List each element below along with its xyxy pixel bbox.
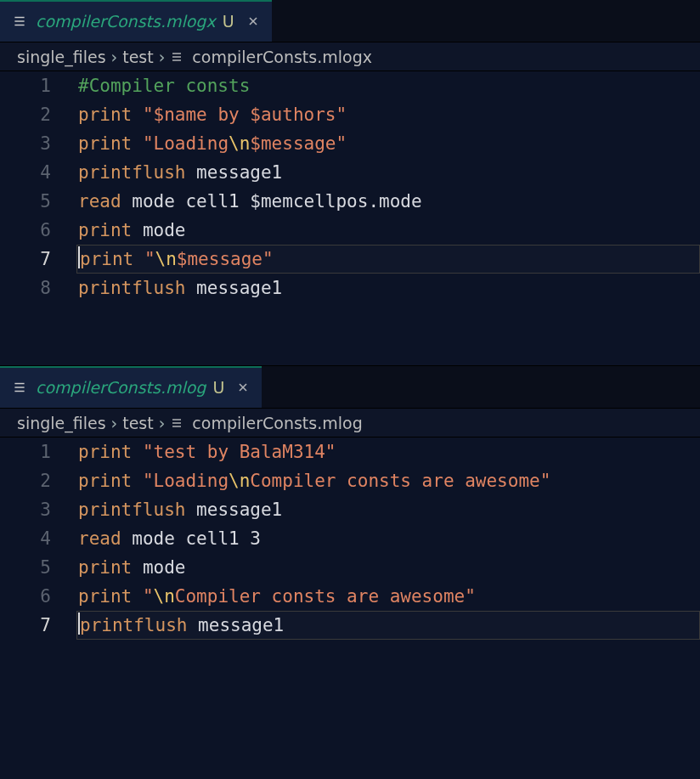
token-ident: mode bbox=[143, 557, 186, 578]
file-icon bbox=[12, 14, 27, 29]
tab-git-status: U bbox=[223, 12, 234, 31]
token-kw: print bbox=[80, 249, 133, 269]
token-str: " bbox=[144, 249, 155, 269]
token-kw: printflush bbox=[78, 500, 185, 520]
code-lines[interactable]: print "test by BalaM314"print "Loading\n… bbox=[76, 437, 700, 779]
token-sp bbox=[121, 191, 133, 212]
code-line[interactable]: printflush message1 bbox=[76, 495, 700, 524]
file-icon bbox=[12, 380, 27, 395]
editor-pane-bottom: compilerConsts.mlog U single_files › tes… bbox=[0, 365, 700, 779]
chevron-right-icon: › bbox=[111, 414, 118, 432]
close-icon[interactable] bbox=[236, 381, 250, 394]
token-str: "test by BalaM314" bbox=[143, 442, 336, 462]
token-kw: print bbox=[78, 557, 132, 578]
token-esc: \n bbox=[154, 586, 175, 607]
token-kw: read bbox=[78, 191, 121, 212]
token-str: " bbox=[143, 586, 154, 607]
file-icon bbox=[170, 416, 183, 430]
code-line[interactable]: read mode cell1 3 bbox=[76, 524, 700, 553]
chevron-right-icon: › bbox=[159, 48, 166, 66]
code-line[interactable]: print "Loading\n$message" bbox=[76, 129, 700, 158]
code-line[interactable]: print "test by BalaM314" bbox=[76, 437, 700, 466]
code-lines[interactable]: #Compiler constsprint "$name by $authors… bbox=[76, 71, 700, 365]
token-str: "$name by $authors" bbox=[143, 104, 347, 125]
token-ident: message1 bbox=[196, 500, 282, 520]
code-line[interactable]: read mode cell1 $memcellpos.mode bbox=[76, 187, 700, 216]
line-number: 7 bbox=[0, 611, 51, 640]
tab-compilerconsts-mlogx[interactable]: compilerConsts.mlogx U bbox=[0, 0, 272, 42]
token-sp bbox=[132, 220, 143, 240]
line-number: 1 bbox=[0, 437, 51, 466]
token-sp bbox=[132, 471, 143, 491]
token-kw: print bbox=[78, 220, 132, 240]
code-line[interactable]: print "\nCompiler consts are awesome" bbox=[76, 582, 700, 611]
code-line[interactable]: print "Loading\nCompiler consts are awes… bbox=[76, 466, 700, 495]
token-sp bbox=[132, 104, 143, 125]
token-kw: print bbox=[78, 104, 132, 125]
file-icon bbox=[170, 50, 183, 64]
token-ident: message1 bbox=[198, 615, 284, 635]
token-esc: \n bbox=[229, 471, 250, 491]
token-ident: message1 bbox=[196, 278, 282, 298]
token-str: $message" bbox=[177, 249, 274, 269]
breadcrumb-item[interactable]: compilerConsts.mlogx bbox=[192, 48, 372, 66]
token-kw: printflush bbox=[78, 278, 185, 298]
editor-pane-top: compilerConsts.mlogx U single_files › te… bbox=[0, 0, 700, 365]
line-number: 2 bbox=[0, 100, 51, 129]
code-line[interactable]: print mode bbox=[76, 553, 700, 582]
line-number: 3 bbox=[0, 129, 51, 158]
token-kw: read bbox=[78, 528, 121, 549]
token-ident: mode cell1 3 bbox=[132, 528, 261, 549]
token-str: Compiler consts are awesome" bbox=[175, 586, 476, 607]
breadcrumb-item[interactable]: test bbox=[122, 48, 154, 66]
breadcrumb[interactable]: single_files › test › compilerConsts.mlo… bbox=[0, 42, 700, 71]
tab-git-status: U bbox=[212, 378, 224, 397]
tab-filename: compilerConsts.mlog bbox=[36, 378, 206, 397]
breadcrumb-item[interactable]: single_files bbox=[17, 414, 106, 432]
token-esc: \n bbox=[229, 133, 250, 154]
token-str: "Loading bbox=[143, 133, 229, 154]
code-line[interactable]: printflush message1 bbox=[76, 274, 700, 302]
token-sp bbox=[121, 528, 133, 549]
breadcrumb-item[interactable]: single_files bbox=[17, 48, 106, 66]
token-str: $message" bbox=[250, 133, 347, 154]
token-sp bbox=[132, 557, 143, 578]
code-line[interactable]: print "$name by $authors" bbox=[76, 100, 700, 129]
line-number-gutter: 12345678 bbox=[0, 71, 76, 365]
code-line[interactable]: print mode bbox=[76, 216, 700, 245]
token-sp bbox=[185, 278, 196, 298]
token-kw: printflush bbox=[80, 615, 187, 635]
token-sp bbox=[132, 442, 143, 462]
line-number-gutter: 1234567 bbox=[0, 437, 76, 779]
line-number: 2 bbox=[0, 466, 51, 495]
tab-bar: compilerConsts.mlogx U bbox=[0, 0, 700, 42]
token-sp bbox=[185, 162, 196, 183]
line-number: 6 bbox=[0, 216, 51, 245]
token-sp bbox=[132, 133, 143, 154]
line-number: 6 bbox=[0, 582, 51, 611]
breadcrumb-item[interactable]: test bbox=[122, 414, 154, 432]
tab-compilerconsts-mlog[interactable]: compilerConsts.mlog U bbox=[0, 366, 262, 408]
line-number: 1 bbox=[0, 71, 51, 100]
line-number: 3 bbox=[0, 495, 51, 524]
token-kw: print bbox=[78, 133, 132, 154]
line-number: 7 bbox=[0, 245, 51, 274]
line-number: 5 bbox=[0, 553, 51, 582]
token-sp bbox=[132, 586, 143, 607]
code-line[interactable]: printflush message1 bbox=[76, 611, 700, 640]
code-line[interactable]: print "\n$message" bbox=[76, 245, 700, 274]
token-kw: print bbox=[78, 442, 132, 462]
breadcrumb[interactable]: single_files › test › compilerConsts.mlo… bbox=[0, 409, 700, 437]
breadcrumb-item[interactable]: compilerConsts.mlog bbox=[192, 414, 362, 432]
token-kw: print bbox=[78, 471, 132, 491]
close-icon[interactable] bbox=[246, 14, 260, 28]
token-ident: message1 bbox=[196, 162, 282, 183]
token-ident: mode cell1 $memcellpos.mode bbox=[132, 191, 421, 212]
tab-bar: compilerConsts.mlog U bbox=[0, 366, 700, 409]
code-area[interactable]: 12345678 #Compiler constsprint "$name by… bbox=[0, 71, 700, 365]
token-str: "Loading bbox=[143, 471, 229, 491]
code-area[interactable]: 1234567 print "test by BalaM314"print "L… bbox=[0, 437, 700, 779]
code-line[interactable]: printflush message1 bbox=[76, 158, 700, 187]
code-line[interactable]: #Compiler consts bbox=[76, 71, 700, 100]
token-sp bbox=[133, 249, 144, 269]
